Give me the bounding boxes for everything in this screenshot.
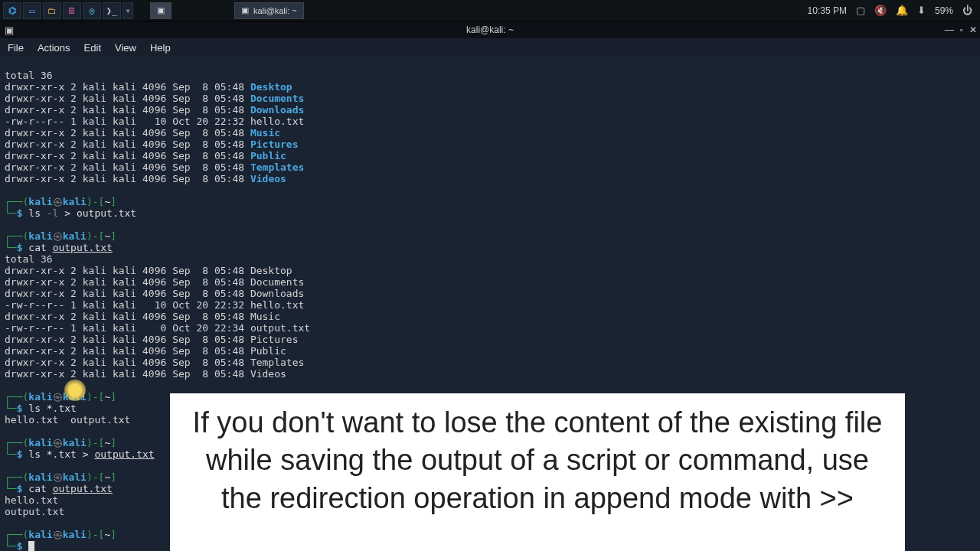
terminal-launcher-icon[interactable]: ❯_ <box>103 2 121 19</box>
prompt-dollar: $ <box>17 242 23 253</box>
prompt-at: ㉿ <box>53 529 63 540</box>
cat-row: drwxr-xr-x 2 kali kali 4096 Sep 8 05:48 … <box>5 276 304 288</box>
ls-row: drwxr-xr-x 2 kali kali 4096 Sep 8 05:48 <box>5 139 250 150</box>
taskbar-terminal-app-2[interactable]: ▣ kali@kali: ~ <box>234 2 304 19</box>
menu-file[interactable]: File <box>8 42 24 54</box>
cmd-rest: > output.txt <box>58 207 136 219</box>
files-icon[interactable]: 🗀 <box>43 2 61 19</box>
cat-row: -rw-r--r-- 1 kali kali 10 Oct 20 22:32 h… <box>5 299 304 311</box>
menu-view[interactable]: View <box>115 42 136 54</box>
prompt-user: kali <box>28 391 52 403</box>
prompt-user: kali <box>28 230 52 242</box>
menu-edit[interactable]: Edit <box>84 42 101 54</box>
window-title: kali@kali: ~ <box>466 24 514 35</box>
prompt-corner: ┌──( <box>5 196 28 207</box>
cursor <box>28 541 34 551</box>
cat-row: drwxr-xr-x 2 kali kali 4096 Sep 8 05:48 … <box>5 288 304 299</box>
prompt-close: )-[ <box>87 391 104 403</box>
dir-name: Templates <box>250 161 304 173</box>
close-button[interactable]: ✕ <box>969 24 977 35</box>
taskbar-app-label: kali@kali: ~ <box>253 6 297 15</box>
prompt-line2: └─ <box>5 448 17 460</box>
prompt-end: ] <box>110 437 116 448</box>
cat-row: drwxr-xr-x 2 kali kali 4096 Sep 8 05:48 … <box>5 368 286 380</box>
cmd-arg: output.txt <box>53 242 113 253</box>
ls-row: drwxr-xr-x 2 kali kali 4096 Sep 8 05:48 <box>5 93 250 104</box>
caption-text: If you don't want to lose the content of… <box>193 406 883 514</box>
prompt-close: )-[ <box>87 437 104 448</box>
dropdown-icon[interactable]: ▾ <box>122 2 133 19</box>
prompt-corner: ┌──( <box>5 391 28 403</box>
prompt-dollar: $ <box>17 483 23 494</box>
maximize-button[interactable]: ▫ <box>960 24 963 35</box>
cmd-arg: output.txt <box>94 448 154 460</box>
prompt-user: kali <box>28 471 52 483</box>
prompt-user: kali <box>28 437 52 448</box>
window-terminal-icon: ▣ <box>5 24 14 36</box>
prompt-at: ㉿ <box>53 230 63 242</box>
prompt-close: )-[ <box>87 196 104 207</box>
prompt-at: ㉿ <box>53 391 63 403</box>
cmd-flag: -l <box>47 207 59 219</box>
terminal-icon: ▣ <box>241 5 249 15</box>
ls-row: drwxr-xr-x 2 kali kali 4096 Sep 8 05:48 <box>5 150 250 161</box>
editor-icon[interactable]: 🗎 <box>63 2 81 19</box>
prompt-at: ㉿ <box>53 471 63 483</box>
prompt-host: kali <box>63 437 87 448</box>
cat-row: drwxr-xr-x 2 kali kali 4096 Sep 8 05:48 … <box>5 334 299 345</box>
ls-row: drwxr-xr-x 2 kali kali 4096 Sep 8 05:48 <box>5 161 250 173</box>
prompt-host: kali <box>63 196 87 207</box>
prompt-dollar: $ <box>17 540 23 551</box>
prompt-end: ] <box>110 230 116 242</box>
dir-name: Documents <box>250 93 304 104</box>
ls-row: drwxr-xr-x 2 kali kali 4096 Sep 8 05:48 <box>5 81 250 93</box>
menu-help[interactable]: Help <box>150 42 171 54</box>
prompt-at: ㉿ <box>53 437 63 448</box>
window-title-bar: ▣ kali@kali: ~ — ▫ ✕ <box>0 21 980 38</box>
cat2-out: output.txt <box>5 506 64 517</box>
cmd-arg: output.txt <box>53 483 113 494</box>
prompt-line2: └─ <box>5 242 17 253</box>
prompt-end: ] <box>110 471 116 483</box>
dir-name: Videos <box>250 173 286 184</box>
prompt-close: )-[ <box>87 230 104 242</box>
prompt-corner: ┌──( <box>5 437 28 448</box>
taskbar-terminal-app-1[interactable]: ▣ <box>150 2 172 19</box>
volume-icon[interactable]: 🔇 <box>874 5 887 16</box>
cmd-ls-redirect: ls *.txt > <box>28 448 94 460</box>
prompt-end: ] <box>110 196 116 207</box>
clock[interactable]: 10:35 PM <box>808 5 847 16</box>
cat-row: -rw-r--r-- 1 kali kali 0 Oct 20 22:34 ou… <box>5 322 310 334</box>
minimize-button[interactable]: — <box>945 24 954 35</box>
notifications-icon[interactable]: 🔔 <box>896 5 908 16</box>
browser-icon[interactable]: ◎ <box>83 2 101 19</box>
cat-row: drwxr-xr-x 2 kali kali 4096 Sep 8 05:48 … <box>5 311 280 322</box>
kali-menu-icon[interactable]: ⌬ <box>3 2 21 19</box>
prompt-dollar: $ <box>17 207 23 219</box>
prompt-close: )-[ <box>87 529 104 540</box>
cat-row: drwxr-xr-x 2 kali kali 4096 Sep 8 05:48 … <box>5 265 292 276</box>
dir-name: Pictures <box>250 139 299 150</box>
battery-label[interactable]: 59% <box>935 5 953 16</box>
prompt-user: kali <box>28 196 52 207</box>
prompt-host: kali <box>63 391 87 403</box>
taskbar-desktop-icon[interactable]: ▭ <box>23 2 41 19</box>
prompt-line2: └─ <box>5 483 17 494</box>
caption-overlay: If you don't want to lose the content of… <box>170 393 905 551</box>
prompt-host: kali <box>63 529 87 540</box>
cat-row: drwxr-xr-x 2 kali kali 4096 Sep 8 05:48 … <box>5 357 304 368</box>
ls-row: drwxr-xr-x 2 kali kali 4096 Sep 8 05:48 <box>5 104 250 116</box>
taskbar-left: ⌬ ▭ 🗀 🗎 ◎ ❯_ ▾ ▣ ▣ kali@kali: ~ <box>3 2 304 19</box>
ls-row: drwxr-xr-x 2 kali kali 4096 Sep 8 05:48 <box>5 173 250 184</box>
dir-name: Public <box>250 150 286 161</box>
updates-icon[interactable]: ⬇ <box>917 5 926 16</box>
prompt-corner: ┌──( <box>5 230 28 242</box>
prompt-at: ㉿ <box>53 196 63 207</box>
power-icon[interactable]: ⏻ <box>962 5 972 16</box>
display-icon[interactable]: ▢ <box>856 5 865 16</box>
menu-actions[interactable]: Actions <box>38 42 70 54</box>
cmd-ls: ls <box>28 207 46 219</box>
cat-total: total 36 <box>5 253 53 265</box>
cmd-cat2: cat <box>28 483 52 494</box>
prompt-line2: └─ <box>5 207 17 219</box>
